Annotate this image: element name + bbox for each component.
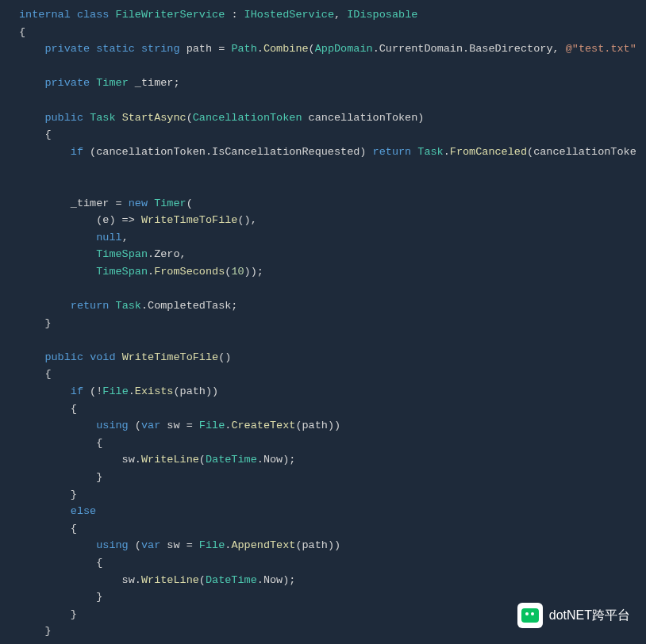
code-token: } [19,317,52,329]
code-token: return [71,300,110,312]
code-token: Timer [96,77,129,89]
code-token: CreateText [231,420,295,431]
code-token: Timer [154,197,186,209]
code-token: sw = [160,420,199,431]
code-token: _timer = [19,197,129,209]
code-token: _timer; [129,77,180,89]
code-token: . [444,146,450,158]
code-token: 10 [231,266,244,278]
code-token: ( [186,197,193,209]
code-token: new [129,197,148,209]
code-token: AppendText [231,539,295,551]
code-token: IHostedService [244,9,334,21]
watermark-text: dotNET跨平台 [549,605,630,626]
code-token [19,505,71,517]
code-token [71,9,77,21]
code-token: (path)) [173,385,218,397]
code-token [83,351,90,363]
code-token: DateTime [206,454,257,466]
code-token [19,420,96,431]
code-token: var [141,539,160,551]
code-token: using [96,539,129,551]
code-token: TimeSpan [96,266,148,278]
code-token: DateTime [206,574,257,586]
code-token: .CurrentDomain.BaseDirectory, [373,43,566,55]
code-token [148,197,154,209]
code-token: private [44,43,90,55]
code-token: .Zero, [148,248,186,260]
code-token: . [257,43,263,55]
code-token: null [96,232,121,243]
code-token: class [77,9,110,21]
code-token: if [71,146,83,158]
code-token [19,112,44,124]
code-token: .Now); [257,574,296,586]
code-token: cancellationToken) [302,112,425,124]
code-token: WriteLine [141,454,199,466]
code-token: } [19,471,102,483]
code-token: @"test.txt" [566,43,636,55]
code-token: static [96,43,135,55]
code-token: { [19,368,52,380]
code-token: sw. [19,454,141,466]
code-token: WriteLine [141,574,199,586]
code-token: Exists [135,385,174,397]
code-token: string [141,43,180,55]
code-token [19,385,71,397]
wechat-icon [517,603,543,628]
code-token: ( [186,112,193,124]
code-token: using [96,420,129,431]
code-token: { [19,557,102,569]
code-token: if [71,385,83,397]
code-token [19,266,96,278]
code-token: } [19,489,77,500]
code-token: (cancellationToke [527,146,636,158]
code-token: { [19,128,52,140]
code-token: sw. [19,574,141,586]
code-token: . [148,266,154,278]
code-token: (path)) [295,539,340,551]
code-token: (cancellationToken.IsCancellationRequest… [83,146,373,158]
code-token: StartAsync [122,112,186,124]
code-token: WriteTimeToFile [122,351,219,363]
code-token: .CompletedTask; [141,300,238,312]
code-token: } [19,591,102,603]
code-token: { [19,403,77,415]
code-token: { [19,26,25,38]
code-token: ( [129,420,141,431]
code-token [19,539,96,551]
code-token: Combine [263,43,309,55]
code-token: CancellationToken [193,112,302,124]
code-token [19,351,44,363]
code-token [135,43,141,55]
code-token: File [102,385,128,397]
code-token: (! [83,385,102,397]
code-token: Task [90,112,115,124]
code-token: ( [129,539,141,551]
watermark: dotNET跨平台 [517,603,630,628]
code-token: (), [237,214,256,226]
code-token: private [44,77,90,89]
code-token [19,77,44,89]
code-token: , [334,9,347,21]
code-token: : [225,9,244,21]
code-token: )); [244,266,263,278]
code-token: WriteTimeToFile [141,214,238,226]
code-token: ( [199,574,206,586]
code-token: } [19,608,77,620]
code-token: FromCanceled [450,146,527,158]
code-token: AppDomain [315,43,373,55]
code-token: IDisposable [347,9,417,21]
code-token: , [122,232,129,243]
code-token: var [141,420,160,431]
code-token [83,112,90,124]
code-token: } [19,625,52,637]
code-token: (path)) [295,420,340,431]
code-token: Task [116,300,141,312]
code-token: TimeSpan [96,248,148,260]
code-token [19,146,71,158]
code-token: File [199,539,225,551]
code-token: FromSeconds [154,266,225,278]
code-token: . [129,385,135,397]
code-token [19,232,96,243]
